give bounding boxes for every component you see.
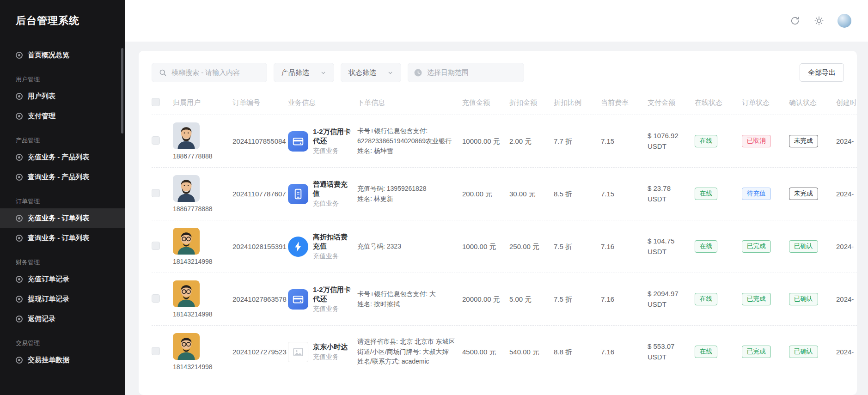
- credit-card-icon: [288, 289, 308, 310]
- online-status-cell: 在线: [695, 293, 742, 305]
- order-status-cell: 已完成: [742, 240, 789, 253]
- online-status-cell: 在线: [695, 346, 742, 358]
- row-checkbox[interactable]: [152, 294, 160, 303]
- select-all-checkbox[interactable]: [152, 98, 160, 106]
- product-filter-select[interactable]: 产品筛选: [274, 63, 334, 82]
- content-area: 模糊搜索 - 请输入内容 产品筛选 状态筛选: [125, 42, 868, 395]
- order-number: 20241107787607: [232, 190, 288, 198]
- sidebar-item[interactable]: 查询业务 - 产品列表: [0, 167, 125, 187]
- row-checkbox[interactable]: [152, 136, 160, 145]
- order-status-badge: 已完成: [742, 240, 771, 253]
- discount-amount: 250.00 元: [509, 242, 554, 252]
- business-category: 充值业务: [313, 353, 348, 361]
- header-checkbox-cell: [152, 98, 173, 108]
- circle-dot-icon: [16, 235, 23, 242]
- circle-dot-icon: [16, 316, 23, 322]
- status-filter-label: 状态筛选: [348, 68, 376, 77]
- column-header: 归属用户: [173, 98, 232, 107]
- current-rate: 7.16: [601, 294, 648, 304]
- sidebar-item-label: 交易挂单数据: [28, 356, 69, 365]
- sidebar-item[interactable]: 返佣记录: [0, 309, 125, 329]
- business-cell: 1-2万信用卡代还充值业务: [288, 285, 357, 314]
- sidebar-scrollbar[interactable]: [121, 48, 123, 134]
- circle-dot-icon: [16, 113, 23, 120]
- sidebar-item[interactable]: 查询业务 - 订单列表: [0, 228, 125, 248]
- table-row: 1886777888820241107787607普通话费充值充值业务充值号码:…: [152, 167, 857, 220]
- pay-currency: USDT: [648, 352, 689, 363]
- user-cell: 18143214998: [173, 333, 232, 371]
- user-phone: 18143214998: [173, 310, 213, 318]
- date-range-picker[interactable]: 选择日期范围: [408, 63, 524, 82]
- circle-dot-icon: [16, 93, 23, 100]
- sidebar-item[interactable]: 充值业务 - 订单列表: [0, 208, 125, 228]
- table-row: 1814321499820241028155391高折扣话费充值充值业务充值号码…: [152, 220, 857, 273]
- pay-amount-cell: $ 104.75USDT: [648, 236, 695, 257]
- current-rate: 7.15: [601, 189, 648, 199]
- confirm-status-badge: 未完成: [789, 135, 818, 147]
- sidebar-section-label: 产品管理: [0, 133, 125, 147]
- order-info-line: 充值号码: 2323: [357, 242, 457, 252]
- sidebar-item[interactable]: 首页概况总览: [0, 45, 125, 65]
- online-status-cell: 在线: [695, 240, 742, 253]
- sidebar-item[interactable]: 交易挂单数据: [0, 350, 125, 370]
- order-info-line: 卡号+银行信息包含支付: 大: [357, 289, 457, 299]
- user-cell: 18143214998: [173, 228, 232, 265]
- current-rate: 7.16: [601, 347, 648, 357]
- order-info-cell: 充值号码: 13959261828姓名: 林更新: [357, 184, 462, 204]
- business-name: 普通话费充值: [313, 180, 352, 199]
- topbar: [125, 0, 868, 42]
- toolbar: 模糊搜索 - 请输入内容 产品筛选 状态筛选: [152, 63, 857, 82]
- table-body: 18867778888202411078550841-2万信用卡代还充值业务卡号…: [152, 115, 857, 378]
- row-checkbox-cell: [152, 136, 173, 146]
- sidebar-item[interactable]: 充值订单记录: [0, 269, 125, 289]
- row-checkbox[interactable]: [152, 189, 160, 197]
- discount-ratio: 7.5 折: [554, 294, 601, 304]
- user-phone: 18867778888: [173, 152, 213, 160]
- sidebar-item-label: 查询业务 - 产品列表: [28, 173, 89, 182]
- user-phone: 18867778888: [173, 205, 213, 213]
- discount-ratio: 7.7 折: [554, 136, 601, 146]
- discount-ratio: 7.5 折: [554, 242, 601, 252]
- search-input[interactable]: 模糊搜索 - 请输入内容: [152, 63, 267, 82]
- main-area: 模糊搜索 - 请输入内容 产品筛选 状态筛选: [125, 0, 868, 395]
- sidebar-item[interactable]: 充值业务 - 产品列表: [0, 147, 125, 167]
- business-name: 高折扣话费充值: [313, 232, 352, 251]
- order-status-cell: 已完成: [742, 346, 789, 358]
- sidebar-item-label: 充值业务 - 产品列表: [28, 153, 89, 162]
- user-avatar[interactable]: [837, 14, 851, 28]
- business-name: 京东小时达: [313, 342, 348, 352]
- circle-dot-icon: [16, 174, 23, 181]
- row-checkbox[interactable]: [152, 242, 160, 250]
- refresh-icon[interactable]: [789, 15, 801, 26]
- sidebar-item[interactable]: 提现订单记录: [0, 289, 125, 309]
- app-root: 后台管理系统 首页概况总览用户管理用户列表支付管理产品管理充值业务 - 产品列表…: [0, 0, 868, 395]
- user-avatar-image: [173, 228, 200, 255]
- online-status-badge: 在线: [695, 240, 717, 253]
- created-at: 2024-: [836, 295, 857, 303]
- order-status-cell: 待充值: [742, 188, 789, 200]
- recharge-amount: 4500.00 元: [462, 347, 509, 357]
- business-text: 1-2万信用卡代还充值业务: [313, 127, 352, 156]
- circle-dot-icon: [16, 154, 23, 161]
- business-category: 充值业务: [313, 252, 352, 261]
- pay-amount-cell: $ 553.07USDT: [648, 341, 695, 362]
- column-header: 订单编号: [232, 98, 288, 107]
- theme-sun-icon[interactable]: [813, 15, 825, 26]
- created-at: 2024-: [836, 190, 857, 198]
- order-info-line: 充值号码: 13959261828: [357, 184, 457, 194]
- app-title: 后台管理系统: [0, 0, 125, 42]
- status-filter-select[interactable]: 状态筛选: [341, 63, 401, 82]
- row-checkbox[interactable]: [152, 347, 160, 355]
- sidebar-item[interactable]: 支付管理: [0, 106, 125, 126]
- chevron-down-icon: [320, 70, 326, 76]
- order-status-cell: 已取消: [742, 135, 789, 147]
- business-text: 普通话费充值充值业务: [313, 180, 352, 208]
- online-status-cell: 在线: [695, 188, 742, 200]
- discount-amount: 30.00 元: [509, 189, 554, 199]
- row-checkbox-cell: [152, 242, 173, 252]
- export-all-button[interactable]: 全部导出: [800, 63, 844, 82]
- sidebar-item[interactable]: 用户列表: [0, 86, 125, 106]
- sidebar-item-label: 返佣记录: [28, 315, 55, 323]
- clock-icon: [414, 68, 422, 77]
- circle-dot-icon: [16, 215, 23, 222]
